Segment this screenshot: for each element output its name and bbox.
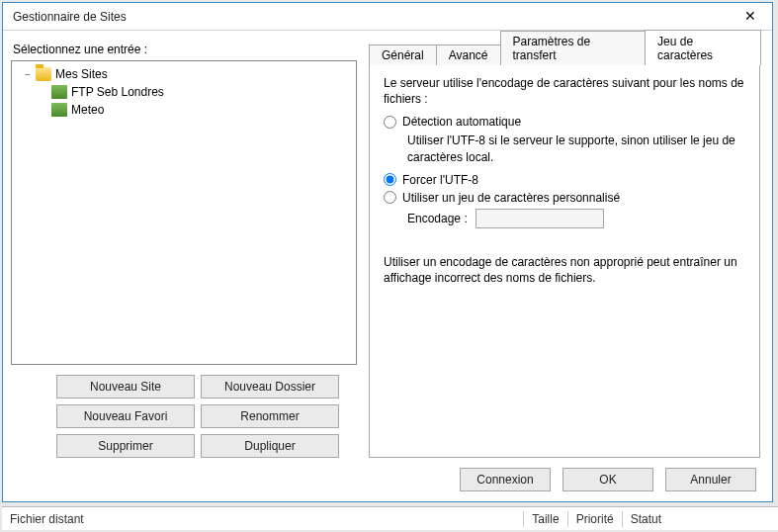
tab-transfer[interactable]: Paramètres de transfert [500, 31, 647, 65]
connect-button[interactable]: Connexion [460, 468, 551, 491]
tree-item[interactable]: Meteo [14, 101, 354, 119]
tab-bar: Général Avancé Paramètres de transfert J… [369, 41, 760, 64]
dialog-actions: Connexion OK Annuler [11, 468, 760, 491]
tree-item-label: FTP Seb Londres [71, 85, 164, 99]
charset-warning: Utiliser un encodage de caractères non a… [384, 254, 745, 286]
ok-button[interactable]: OK [562, 468, 653, 491]
col-size[interactable]: Taille [532, 512, 559, 526]
col-remote-file[interactable]: Fichier distant [10, 512, 84, 526]
radio-custom[interactable] [384, 191, 396, 204]
new-bookmark-button[interactable]: Nouveau Favori [56, 404, 195, 428]
folder-icon [36, 67, 51, 81]
select-entry-label: Sélectionnez une entrée : [13, 43, 357, 56]
radio-auto-label: Détection automatique [402, 115, 521, 129]
titlebar: Gestionnaire de Sites ✕ [3, 3, 772, 31]
window-title: Gestionnaire de Sites [13, 10, 127, 24]
new-folder-button[interactable]: Nouveau Dossier [201, 375, 339, 399]
col-status[interactable]: Statut [631, 512, 661, 526]
close-icon[interactable]: ✕ [735, 5, 766, 29]
site-tree[interactable]: − Mes Sites FTP Seb Londres Meteo [11, 60, 357, 365]
col-priority[interactable]: Priorité [576, 512, 614, 526]
site-icon [51, 85, 67, 99]
site-manager-dialog: Gestionnaire de Sites ✕ Sélectionnez une… [2, 2, 773, 502]
left-panel: Sélectionnez une entrée : − Mes Sites FT… [11, 39, 357, 458]
site-buttons: Nouveau Site Nouveau Dossier Nouveau Fav… [56, 375, 339, 458]
cancel-button[interactable]: Annuler [665, 468, 756, 491]
auto-sub: Utiliser l'UTF-8 si le serveur le suppor… [407, 133, 745, 164]
radio-auto[interactable] [384, 116, 396, 129]
encoding-label: Encodage : [407, 212, 468, 225]
radio-auto-row[interactable]: Détection automatique [384, 115, 745, 129]
radio-custom-label: Utiliser un jeu de caractères personnali… [402, 191, 620, 205]
right-panel: Général Avancé Paramètres de transfert J… [369, 39, 760, 458]
dialog-body: Sélectionnez une entrée : − Mes Sites FT… [3, 31, 772, 501]
charset-panel: Le serveur utilise l'encodage de caractè… [369, 64, 760, 458]
tab-charset[interactable]: Jeu de caractères [645, 30, 761, 65]
tab-advanced[interactable]: Avancé [436, 44, 501, 65]
tree-item-label: Meteo [71, 103, 104, 117]
radio-force[interactable] [384, 173, 396, 186]
duplicate-button[interactable]: Dupliquer [201, 434, 339, 458]
tree-root[interactable]: − Mes Sites [14, 65, 354, 83]
encoding-row: Encodage : [407, 209, 745, 228]
new-site-button[interactable]: Nouveau Site [56, 375, 195, 399]
queue-header: Fichier distant Taille Priorité Statut [2, 506, 778, 530]
radio-force-label: Forcer l'UTF-8 [402, 173, 478, 187]
tree-root-label: Mes Sites [55, 67, 108, 81]
radio-custom-row[interactable]: Utiliser un jeu de caractères personnali… [384, 191, 745, 205]
tab-general[interactable]: Général [369, 44, 437, 65]
tree-item[interactable]: FTP Seb Londres [14, 83, 354, 101]
charset-intro: Le serveur utilise l'encodage de caractè… [384, 75, 745, 107]
encoding-input[interactable] [475, 209, 604, 228]
radio-force-row[interactable]: Forcer l'UTF-8 [384, 173, 745, 187]
rename-button[interactable]: Renommer [201, 404, 339, 428]
delete-button[interactable]: Supprimer [56, 434, 195, 458]
site-icon [51, 103, 67, 117]
collapse-icon[interactable]: − [22, 69, 34, 80]
